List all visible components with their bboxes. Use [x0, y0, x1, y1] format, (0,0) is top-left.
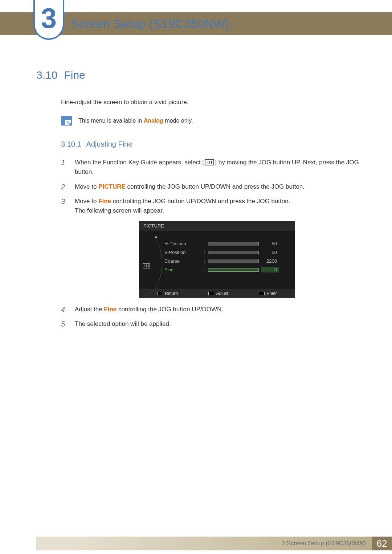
return-glyph-icon	[157, 292, 163, 295]
subsection-heading: 3.10.1Adjusting Fine	[61, 140, 359, 148]
osd-row-coarse: Coarse : 2200	[164, 257, 289, 266]
osd-body: ▲ H-Position : 50 V-Position : 50 Coarse	[139, 231, 295, 289]
step-list: 1 When the Function Key Guide appears, s…	[61, 158, 359, 329]
note-prefix: This menu is available in	[78, 118, 144, 124]
osd-value: 2200	[261, 258, 279, 264]
footer-bar: 3 Screen Setup (S19C350NW)	[36, 537, 372, 550]
osd-title: PICTURE	[139, 221, 295, 231]
step-2-text: Move to PICTURE controlling the JOG butt…	[75, 182, 359, 192]
osd-side-icon	[143, 263, 150, 268]
osd-return: Return	[157, 291, 178, 296]
step-1-text: When the Function Key Guide appears, sel…	[75, 158, 359, 177]
osd-screenshot: PICTURE ▲ H-Position : 50 V-Position : 5…	[139, 221, 295, 298]
step-5: 5 The selected option will be applied.	[61, 319, 359, 329]
osd-slider	[208, 259, 259, 263]
osd-value: 50	[261, 250, 279, 255]
note-highlight: Analog	[144, 118, 163, 124]
note-row: This menu is available in Analog mode on…	[61, 116, 359, 126]
page-footer: 3 Screen Setup (S19C350NW) 62	[0, 537, 392, 550]
osd-slider	[208, 242, 259, 246]
step-4-text: Adjust the Fine controlling the JOG butt…	[75, 305, 359, 314]
step-number: 1	[61, 158, 68, 167]
osd-slider	[208, 251, 259, 254]
section-number: 3.10	[36, 69, 57, 81]
footer-text: 3 Screen Setup (S19C350NW)	[282, 540, 366, 547]
osd-enter: Enter	[259, 291, 277, 296]
note-icon	[61, 116, 72, 126]
subsection-title: Adjusting Fine	[86, 140, 132, 148]
step-1: 1 When the Function Key Guide appears, s…	[61, 158, 359, 177]
enter-glyph-icon	[259, 292, 265, 295]
osd-slider	[208, 268, 259, 272]
step-number: 4	[61, 305, 68, 314]
chapter-number: 3	[41, 4, 57, 32]
osd-label: V-Position	[164, 250, 201, 255]
section-title: Fine	[64, 69, 85, 81]
step-number: 2	[61, 182, 68, 192]
menu-icon	[205, 159, 214, 165]
chapter-title: Screen Setup (S19C350NW)	[71, 17, 229, 31]
step-number: 3	[61, 197, 68, 206]
osd-row-vposition: V-Position : 50	[164, 248, 289, 257]
osd-row-fine: Fine : 0	[164, 266, 289, 274]
osd-adjust: Adjust	[208, 291, 228, 296]
adjust-glyph-icon	[208, 292, 214, 295]
osd-up-arrow-icon: ▲	[154, 234, 158, 238]
chapter-badge: 3	[33, 0, 64, 40]
step-number: 5	[61, 319, 68, 329]
osd-value: 0	[261, 267, 279, 272]
note-suffix: mode only.	[163, 118, 193, 124]
section-intro: Fine-adjust the screen to obtain a vivid…	[61, 99, 359, 106]
page-number: 62	[372, 537, 392, 550]
subsection-number: 3.10.1	[61, 140, 81, 148]
step-3: 3 Move to Fine controlling the JOG butto…	[61, 197, 359, 216]
note-text: This menu is available in Analog mode on…	[78, 116, 193, 124]
step-4: 4 Adjust the Fine controlling the JOG bu…	[61, 305, 359, 314]
osd-label: Coarse	[164, 258, 201, 264]
step-3-text: Move to Fine controlling the JOG button …	[75, 197, 359, 216]
osd-row-hposition: H-Position : 50	[164, 239, 289, 248]
osd-label: Fine	[164, 267, 201, 272]
osd-value: 50	[261, 241, 279, 246]
osd-label: H-Position	[164, 241, 201, 246]
osd-footer: Return Adjust Enter	[139, 289, 295, 298]
step-5-text: The selected option will be applied.	[75, 319, 359, 329]
step-2: 2 Move to PICTURE controlling the JOG bu…	[61, 182, 359, 192]
section-heading: 3.10Fine	[36, 69, 359, 81]
content-area: 3.10Fine Fine-adjust the screen to obtai…	[36, 69, 359, 334]
